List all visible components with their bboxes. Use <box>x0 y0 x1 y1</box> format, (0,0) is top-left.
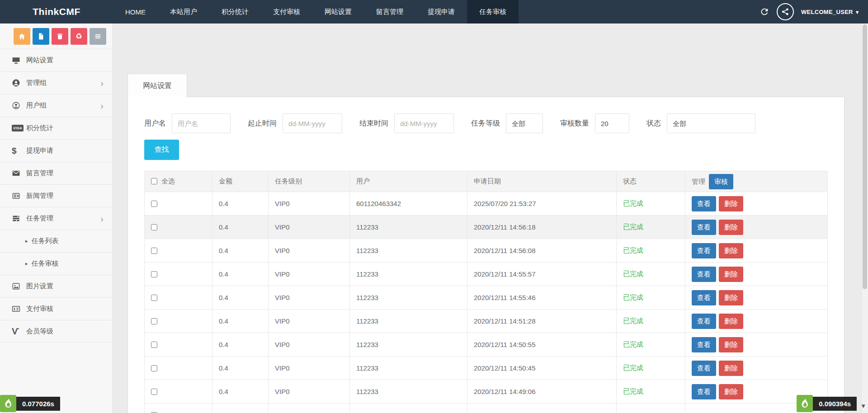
level-cell: VIP0 <box>269 216 350 239</box>
user-cell: 112233 <box>350 357 467 380</box>
user-cell: 112233 <box>350 286 467 310</box>
sidebar-item-member-level[interactable]: Ѵ 会员等级 <box>0 320 113 343</box>
delete-button[interactable]: 删除 <box>719 267 743 282</box>
nav-item-task-review[interactable]: 任务审核 <box>467 0 519 23</box>
tab-site-settings[interactable]: 网站设置 <box>127 74 187 97</box>
view-button[interactable]: 查看 <box>692 384 716 399</box>
view-button[interactable]: 查看 <box>692 314 716 329</box>
status-label: 状态 <box>646 119 661 128</box>
nav-item-payment-review[interactable]: 支付审核 <box>261 0 312 23</box>
delete-button[interactable]: 删除 <box>719 361 743 376</box>
brand-logo[interactable]: ThinkCMF <box>0 0 113 23</box>
row-checkbox[interactable] <box>151 224 157 230</box>
visa-card-icon: VISA <box>12 125 26 131</box>
start-time-input[interactable] <box>283 113 342 133</box>
user-circle-icon <box>12 79 26 87</box>
view-button[interactable]: 查看 <box>692 267 716 282</box>
level-cell: VIP0 <box>269 239 350 263</box>
amount-cell: 0.4 <box>212 286 269 310</box>
thinkphp-logo-icon[interactable] <box>797 395 813 412</box>
sidebar-item-admin-group[interactable]: 管理组 › <box>0 71 113 94</box>
trash-icon[interactable] <box>52 28 68 45</box>
review-button[interactable]: 审核 <box>709 174 733 189</box>
table-row: 0.4 VIP0 112233 2020/12/11 14:55:57 已完成 … <box>145 263 828 286</box>
home-icon[interactable] <box>14 28 30 45</box>
row-checkbox[interactable] <box>151 389 157 395</box>
file-icon[interactable] <box>33 28 49 45</box>
sidebar-item-task-list[interactable]: ▸ 任务列表 <box>0 230 113 252</box>
view-button[interactable]: 查看 <box>692 196 716 211</box>
sidebar-item-task-mgmt[interactable]: 任务管理 › <box>0 207 113 230</box>
sidebar-item-user-group[interactable]: 用户组 › <box>0 94 113 117</box>
date-cell: 2020/12/11 14:56:18 <box>467 216 617 239</box>
nav-item-message-mgmt[interactable]: 留言管理 <box>364 0 415 23</box>
status-select[interactable]: 全部 <box>667 113 755 133</box>
sidebar-item-payment-review[interactable]: 支付审核 <box>0 297 113 320</box>
sidebar-item-label: 提现申请 <box>26 146 53 155</box>
nav-item-site-settings[interactable]: 网站设置 <box>312 0 364 23</box>
delete-button[interactable]: 删除 <box>719 220 743 235</box>
row-checkbox[interactable] <box>151 248 157 254</box>
sidebar-item-news-mgmt[interactable]: 新闻管理 <box>0 184 113 207</box>
recycle-icon[interactable]: ♻ <box>71 28 87 45</box>
date-header: 申请日期 <box>467 171 617 192</box>
username-input[interactable] <box>172 113 231 133</box>
delete-button[interactable]: 删除 <box>719 314 743 329</box>
sidebar-item-label: 新闻管理 <box>26 192 53 200</box>
table-row: 0.4 VIP0 112233 2020/12/11 14:49:06 已完成 … <box>145 380 828 404</box>
sidebar-item-label: 留言管理 <box>26 169 53 178</box>
view-button[interactable]: 查看 <box>692 290 716 305</box>
sidebar-item-withdraw-request[interactable]: $ 提现申请 <box>0 139 113 162</box>
date-cell: 2020/12/11 14:49:06 <box>467 380 617 404</box>
row-checkbox[interactable] <box>151 365 157 371</box>
sidebar-item-message-mgmt[interactable]: 留言管理 <box>0 162 113 184</box>
amount-header: 金额 <box>212 171 269 192</box>
delete-button[interactable]: 删除 <box>719 196 743 211</box>
chevron-right-icon: › <box>100 214 104 223</box>
delete-button[interactable]: 删除 <box>719 290 743 305</box>
status-cell: 已完成 <box>617 333 685 357</box>
sidebar-item-label: 任务管理 <box>26 214 53 223</box>
refresh-icon[interactable] <box>760 7 769 17</box>
delete-button[interactable]: 删除 <box>719 243 743 258</box>
search-button[interactable]: 查找 <box>144 140 179 160</box>
table-row: 0.4 VIP0 112233 2020/12/11 14:55:46 已完成 … <box>145 286 828 310</box>
nav-item-points-stats[interactable]: 积分统计 <box>209 0 261 23</box>
scrollbar-thumb[interactable] <box>863 24 867 289</box>
caret-down-icon[interactable]: ▼ <box>860 403 866 409</box>
filter-bar: 用户名 起止时间 结束时间 任务等级 全部 审核数量 状态 全部 <box>144 113 828 133</box>
sidebar-item-site-settings[interactable]: 网站设置 <box>0 49 113 71</box>
view-button[interactable]: 查看 <box>692 337 716 352</box>
sidebar-item-label: 网站设置 <box>26 56 53 65</box>
sidebar-item-task-review[interactable]: ▸ 任务审核 <box>0 252 113 275</box>
review-count-input[interactable] <box>595 113 629 133</box>
row-checkbox[interactable] <box>151 271 157 277</box>
sidebar-item-image-settings[interactable]: 图片设置 <box>0 275 113 297</box>
row-checkbox[interactable] <box>151 318 157 324</box>
avatar[interactable] <box>777 3 794 20</box>
sidebar-menu: 网站设置 管理组 › 用户组 › VISA 积分统计 $ 提现申请 留言管理 新… <box>0 49 113 343</box>
end-time-input[interactable] <box>394 113 454 133</box>
nav-item-home[interactable]: HOME <box>113 0 158 23</box>
nav-item-site-users[interactable]: 本站用户 <box>158 0 209 23</box>
row-checkbox[interactable] <box>151 201 157 207</box>
select-all-checkbox[interactable] <box>151 178 157 184</box>
sidebar-item-points-stats[interactable]: VISA 积分统计 <box>0 117 113 139</box>
list-icon[interactable] <box>90 28 106 45</box>
user-cell: 601120463342 <box>350 192 467 216</box>
task-level-select[interactable]: 全部 <box>506 113 543 133</box>
user-menu[interactable]: WELCOME_USER▼ <box>801 9 860 15</box>
delete-button[interactable]: 删除 <box>719 384 743 399</box>
row-checkbox[interactable] <box>151 295 157 301</box>
user-cell: 112233 <box>350 239 467 263</box>
view-button[interactable]: 查看 <box>692 220 716 235</box>
task-level-label: 任务等级 <box>471 119 500 128</box>
view-button[interactable]: 查看 <box>692 243 716 258</box>
delete-button[interactable]: 删除 <box>719 337 743 352</box>
username-label: 用户名 <box>144 119 166 128</box>
row-checkbox[interactable] <box>151 342 157 348</box>
thinkphp-logo-icon[interactable] <box>0 395 16 412</box>
user-cell: 112233 <box>350 216 467 239</box>
nav-item-withdraw-request[interactable]: 提现申请 <box>415 0 467 23</box>
view-button[interactable]: 查看 <box>692 361 716 376</box>
